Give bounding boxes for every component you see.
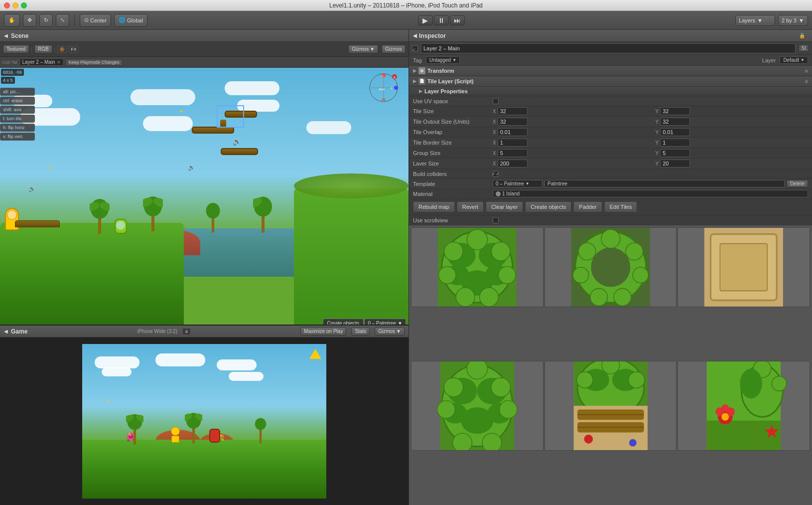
- inspector-tab-label[interactable]: Inspector: [419, 32, 446, 39]
- object-name-field[interactable]: [421, 43, 796, 53]
- palmtree-dropdown-icon: ▼: [398, 321, 403, 325]
- palmtree-dropdown[interactable]: 0 – Palmtree ▼: [364, 319, 406, 325]
- padder-button[interactable]: Padder: [573, 201, 602, 212]
- shortcut-ctrl[interactable]: ctrl: erase: [0, 97, 35, 105]
- toolbar-separator: [74, 14, 75, 26]
- transform-options-icon[interactable]: ≡: [805, 68, 808, 74]
- tile-layer-options-icon[interactable]: ≡: [805, 79, 808, 84]
- cloud3: [143, 116, 193, 131]
- template-select-dropdown[interactable]: 0 – Palmtree ▼: [493, 180, 542, 187]
- close-button[interactable]: [4, 2, 10, 8]
- tile-overlap-y-input[interactable]: [660, 128, 690, 136]
- scale-tool-button[interactable]: ⤡: [56, 14, 69, 27]
- g-arrow: [309, 349, 321, 359]
- size-display: 4 x 5: [1, 77, 15, 84]
- edit-tiles-button[interactable]: Edit Tiles: [604, 201, 638, 212]
- step-button[interactable]: ⏭: [450, 15, 465, 25]
- template-row: Template 0 – Palmtree ▼ Palmtree Delete: [409, 179, 812, 189]
- game-gizmos-btn[interactable]: Gizmos ▼: [375, 327, 405, 336]
- maximize-button[interactable]: [21, 2, 27, 8]
- play-button[interactable]: ▶: [418, 15, 433, 25]
- rebuild-map-button[interactable]: Rebuild map: [413, 201, 455, 212]
- inspector-lock-icon[interactable]: 🔒: [799, 33, 805, 38]
- minimize-button[interactable]: [12, 2, 18, 8]
- hand-tool-button[interactable]: ✋: [4, 14, 20, 27]
- rotate-tool-button[interactable]: ↻: [39, 14, 53, 27]
- scene-fx-btn[interactable]: FX: [69, 46, 79, 53]
- tile-layer-section-header[interactable]: ▶ 📄 Tile Layer (Script) ≡: [409, 76, 812, 87]
- rgb-button[interactable]: RGB: [34, 45, 52, 53]
- tile-item-2[interactable]: [544, 227, 677, 307]
- tile-size-y-input[interactable]: [660, 107, 690, 115]
- shortcut-shift[interactable]: shift: axis: [0, 106, 35, 114]
- tile-item-5[interactable]: [544, 361, 677, 451]
- laver-size-x-input[interactable]: [498, 160, 528, 168]
- g-palm3: [253, 412, 268, 445]
- hand-icon: ✋: [8, 17, 15, 23]
- create-objects-button[interactable]: Create objects: [525, 201, 571, 212]
- clear-layer-button[interactable]: Clear layer: [486, 201, 523, 212]
- game-tab-label[interactable]: Game: [11, 328, 27, 335]
- layer-props-header[interactable]: ▶ Layer Properties: [409, 87, 812, 96]
- coin2: ●: [49, 164, 52, 169]
- move-icon: ✥: [27, 17, 32, 23]
- tile-border-x-input[interactable]: [498, 139, 528, 147]
- template-name-field[interactable]: Palmtree: [544, 180, 785, 187]
- laver-size-y-input[interactable]: [660, 160, 690, 168]
- stats-btn[interactable]: Stats: [351, 327, 370, 336]
- layer-label: Layer: [762, 57, 776, 63]
- use-scrollview-checkbox[interactable]: [493, 217, 499, 223]
- layer2-main-field[interactable]: Layer 2 – Main ✕: [19, 58, 64, 66]
- by-dropdown[interactable]: 2 by 3 ▼: [778, 15, 808, 26]
- tile-item-1[interactable]: [411, 227, 543, 307]
- material-field[interactable]: 1 Island: [493, 190, 808, 197]
- maximize-play-btn[interactable]: Maximize on Play: [300, 327, 346, 336]
- template-delete-btn[interactable]: Delete: [787, 180, 808, 187]
- shortcut-alt[interactable]: alt: pic...: [0, 88, 35, 96]
- action-buttons-row: Rebuild map Revert Clear layer Create ob…: [409, 199, 812, 215]
- laver-size-label: Laver Size: [413, 161, 493, 167]
- build-colliders-checkbox[interactable]: ✓: [493, 171, 499, 177]
- tile-item-3[interactable]: [677, 227, 810, 307]
- game-canvas-area[interactable]: 🌺 💐: [0, 337, 408, 505]
- center-button[interactable]: ⊙ Center: [80, 14, 111, 27]
- tile-output-x-input[interactable]: [498, 118, 528, 126]
- tile-size-x-input[interactable]: [498, 107, 528, 115]
- gizmos-button[interactable]: Gizmos ▼: [348, 45, 378, 53]
- tile-item-4[interactable]: [411, 361, 543, 451]
- scene-canvas[interactable]: Colr:Tal Layer 2 – Main ✕ Keep Playmode …: [0, 57, 408, 325]
- textured-button[interactable]: Textured: [3, 45, 29, 53]
- global-button[interactable]: 🌐 Global: [114, 14, 147, 27]
- svg-text:Back: Back: [379, 88, 385, 91]
- group-size-x-input[interactable]: [498, 149, 528, 157]
- keep-playmode-btn[interactable]: Keep Playmode Changes: [66, 59, 123, 66]
- tile-output-y-input[interactable]: [660, 118, 690, 126]
- scene-tab-label[interactable]: Scene: [11, 32, 28, 39]
- group-size-y-input[interactable]: [660, 149, 690, 157]
- tile-border-y-input[interactable]: [660, 139, 690, 147]
- svg-text:✕: ✕: [393, 76, 396, 79]
- tile-item-6[interactable]: [677, 361, 810, 451]
- close-layer-icon[interactable]: ✕: [57, 60, 61, 65]
- create-objects-overlay-btn[interactable]: Create objects: [323, 319, 364, 325]
- palm3: [204, 196, 222, 234]
- shortcut-h[interactable]: h: flip horiz: [0, 124, 35, 132]
- pause-button[interactable]: ⏸: [434, 15, 449, 25]
- shortcut-v[interactable]: v: flip vert.: [0, 133, 35, 141]
- revert-button[interactable]: Revert: [457, 201, 484, 212]
- transform-section-header[interactable]: ▶ ⊕ Transform ≡: [409, 66, 812, 76]
- object-active-checkbox[interactable]: ✓: [412, 45, 418, 51]
- layer-dropdown[interactable]: Default ▼: [780, 56, 808, 64]
- inspector-panel: ◀ Inspector 🔒 ✓ St Tag Untagged ▼ Layer …: [408, 30, 812, 505]
- tag-dropdown[interactable]: Untagged ▼: [426, 56, 460, 64]
- inspector-scroll-area: ▶ ⊕ Transform ≡ ▶ 📄 Tile Layer (Script) …: [409, 66, 812, 505]
- gizmos-all-button[interactable]: Gizmos: [382, 45, 406, 53]
- scene-icon-btn[interactable]: 🔆: [57, 46, 67, 53]
- tile-overlap-x-input[interactable]: [498, 128, 528, 136]
- tile-layer-triangle: ▶: [413, 79, 416, 84]
- use-uv-checkbox[interactable]: [493, 98, 499, 104]
- static-label[interactable]: St: [799, 44, 809, 52]
- layers-dropdown[interactable]: Layers ▼: [735, 15, 775, 26]
- shortcut-t[interactable]: t: turn tile: [0, 115, 35, 123]
- move-tool-button[interactable]: ✥: [23, 14, 36, 27]
